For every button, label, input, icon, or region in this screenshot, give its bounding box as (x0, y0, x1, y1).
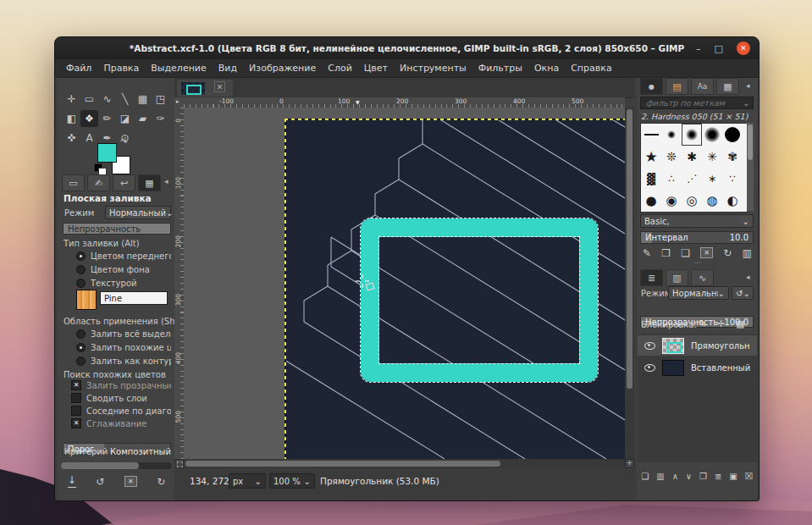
new-layer-button[interactable]: ❏ (641, 472, 649, 481)
brush-dock-collapse-icon[interactable]: ◂ (746, 81, 750, 90)
check-antialiasing[interactable]: ✕Сглаживание (71, 418, 171, 428)
layer-name[interactable]: Прямоугольн (691, 341, 750, 351)
pattern-name-input[interactable] (100, 291, 168, 305)
merge-down-button[interactable]: ≣ (715, 472, 721, 481)
layer-opacity-slider[interactable]: Непрозрачность 100.0 (640, 316, 754, 328)
smudge-tool[interactable]: ✑ (152, 110, 169, 127)
brush-splat-4[interactable]: ✾ (722, 146, 743, 168)
radio-bg-fill[interactable]: Цветом фона (76, 265, 171, 274)
brush-dots-2[interactable]: ⋰ (682, 168, 702, 190)
tab-document-history[interactable]: ▦ (716, 78, 739, 95)
radio-pattern-fill[interactable]: Текстурой (76, 279, 171, 288)
radio-fill-similar[interactable]: Залить похожие цвета (76, 343, 171, 352)
vertical-scrollbar[interactable] (625, 108, 634, 459)
tab-images[interactable]: ▦ (138, 174, 161, 191)
open-as-image-button[interactable]: ▥ (743, 247, 752, 259)
brush-hardness-050-selected[interactable] (682, 124, 702, 146)
navigation-button[interactable]: ✛ (625, 459, 634, 468)
tab-paint-dynamics[interactable]: ✍ (87, 174, 110, 191)
titlebar[interactable]: *Abstract.xcf-1.0 (Цвета RGB 8 бит, нели… (55, 37, 759, 59)
layer-name[interactable]: Вставленный (691, 363, 750, 373)
close-button[interactable]: ✕ (737, 41, 750, 55)
crop-tool[interactable]: ▦ (134, 91, 152, 108)
menu-file[interactable]: Файл (60, 63, 97, 74)
check-fill-transparent[interactable]: ✕Залить прозрачные обла (71, 380, 171, 390)
new-brush-button[interactable]: ❒ (661, 247, 671, 259)
menu-view[interactable]: Вид (213, 63, 243, 74)
foreground-color-swatch[interactable] (97, 143, 117, 163)
cyan-rectangle-selection[interactable] (361, 218, 598, 382)
image-tab-close-icon[interactable]: ✕ (214, 81, 225, 92)
maximize-button[interactable]: □ (715, 44, 723, 53)
lower-layer-button[interactable]: ∨ (686, 472, 692, 481)
tab-channels[interactable]: ▥ (666, 269, 688, 286)
brush-texture-3[interactable]: ◎ (682, 190, 702, 212)
delete-layer-button[interactable]: ☒ (745, 471, 754, 482)
check-sample-merged[interactable]: Сводить слои (71, 393, 171, 403)
brush-texture-1[interactable]: ● (641, 190, 661, 212)
gradient-tool[interactable]: ◧ (63, 110, 80, 127)
layer-row-pasted[interactable]: Вставленный (638, 357, 757, 378)
layer-mode-reset-combo[interactable]: ↺⌄ (732, 286, 754, 300)
free-select-tool[interactable]: ∿ (98, 91, 116, 108)
criterion-combo[interactable]: Композитный (110, 447, 171, 456)
tool-options-scrollbar[interactable] (61, 462, 172, 469)
menu-tools[interactable]: Инструменты (394, 63, 472, 74)
edit-brush-button[interactable]: ✎ (643, 247, 651, 259)
opacity-slider[interactable]: Непрозрачность (63, 223, 171, 235)
add-mask-button[interactable]: ▣ (729, 472, 737, 481)
brush-splat-3[interactable]: ✳ (702, 146, 722, 168)
brush-dots-1[interactable]: ∴ (661, 168, 682, 190)
tab-undo-history[interactable]: ↩ (113, 174, 135, 191)
radio-fg-fill[interactable]: Цветом переднего плана (76, 251, 171, 261)
brush-spacing-slider[interactable]: Интервал 10.0 (640, 231, 754, 244)
default-colors-icon[interactable] (94, 163, 106, 175)
delete-brush-button[interactable]: ✕ (700, 247, 713, 258)
brush-grid[interactable]: ★ ❊ ✱ ✳ ✾ ▓ ∴ ⋰ ∗ ∵ ● ◉ ◎ ◍ ◐ (640, 123, 748, 213)
image-canvas[interactable] (284, 119, 625, 459)
brush-line[interactable] (641, 124, 661, 146)
radio-fill-line-art[interactable]: Залить как контурный ри (76, 356, 171, 366)
tab-tool-options[interactable]: ▭ (62, 174, 85, 191)
paintbrush-tool[interactable]: ✏ (98, 110, 116, 127)
eraser-tool[interactable]: ◪ (116, 110, 134, 127)
menu-edit[interactable]: Правка (97, 63, 145, 74)
brush-hard-round[interactable] (722, 124, 743, 146)
layer-mode-combo[interactable]: Нормальный⌄ (668, 286, 729, 300)
brush-dots-3[interactable]: ∗ (702, 168, 722, 190)
menu-filters[interactable]: Фильтры (472, 63, 528, 74)
brush-dots-4[interactable]: ∵ (722, 168, 743, 190)
move-tool[interactable]: ✛ (63, 91, 80, 108)
menu-select[interactable]: Выделение (145, 63, 213, 74)
brush-texture-5[interactable]: ◐ (722, 190, 743, 212)
quick-mask-toggle[interactable] (174, 459, 184, 468)
paths-tool[interactable]: ╲ (116, 91, 134, 108)
brush-grid-scrollbar[interactable] (747, 123, 754, 211)
menu-colors[interactable]: Цвет (358, 63, 394, 74)
visibility-eye-icon[interactable] (644, 342, 655, 350)
raise-layer-button[interactable]: ∧ (672, 472, 678, 481)
tab-paths[interactable]: ∿ (691, 269, 714, 286)
brush-splat-2[interactable]: ✱ (682, 146, 702, 168)
color-picker-tool[interactable]: ✜ (63, 130, 80, 146)
radio-fill-whole[interactable]: Залить всё выделение (76, 329, 171, 339)
left-dock-collapse-icon[interactable]: ◂ (164, 177, 168, 185)
duplicate-layer-button[interactable]: ❐ (699, 472, 707, 481)
brush-texture-4[interactable]: ◍ (702, 190, 722, 212)
brush-charcoal[interactable]: ▓ (641, 168, 661, 190)
save-preset-button[interactable]: ↓ (68, 476, 76, 488)
visibility-eye-icon[interactable] (644, 364, 655, 372)
rectangle-select-tool[interactable]: ▭ (80, 91, 98, 108)
tab-patterns[interactable]: ▤ (666, 78, 688, 95)
brush-filter-field[interactable]: ⌄ (640, 97, 754, 109)
minimize-button[interactable]: – (696, 44, 701, 53)
clone-tool[interactable]: ▰ (134, 110, 152, 127)
reset-options-button[interactable]: ↻ (157, 476, 165, 488)
brush-soft-large[interactable] (702, 124, 722, 146)
tab-fonts[interactable]: Aa (691, 78, 714, 95)
layer-row-rectangle[interactable]: Прямоугольн (638, 335, 757, 356)
brush-texture-2[interactable]: ◉ (661, 190, 682, 212)
mode-combo[interactable]: Нормальный⌄ (105, 206, 171, 219)
bucket-fill-tool[interactable]: ❖ (80, 110, 98, 127)
restore-preset-button[interactable]: ↺ (96, 476, 104, 488)
